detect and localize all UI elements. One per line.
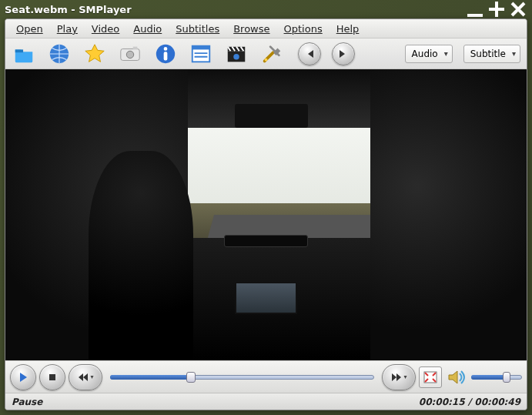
preferences-icon[interactable] <box>259 42 284 66</box>
screenshot-icon[interactable] <box>118 42 142 66</box>
svg-point-16 <box>233 54 239 60</box>
open-url-icon[interactable] <box>47 42 72 66</box>
menu-subtitles[interactable]: Subtitles <box>169 22 226 36</box>
svg-rect-2 <box>489 8 504 11</box>
close-button[interactable] <box>509 2 527 16</box>
audio-track-combo[interactable]: Audio <box>405 45 453 63</box>
seek-slider[interactable] <box>110 372 374 383</box>
menubar: Open Play Video Audio Subtitles Browse O… <box>5 19 527 38</box>
svg-rect-7 <box>133 46 138 49</box>
playlist-icon[interactable] <box>189 42 213 66</box>
menu-options[interactable]: Options <box>278 22 329 36</box>
menu-help[interactable]: Help <box>330 22 366 36</box>
playback-state: Pause <box>12 397 42 407</box>
svg-rect-10 <box>164 52 168 60</box>
status-bar: Pause 00:00:15 / 00:00:49 <box>5 393 527 410</box>
svg-point-9 <box>164 47 168 51</box>
next-track-button[interactable] <box>332 42 355 65</box>
play-button[interactable] <box>10 364 36 390</box>
video-area[interactable] <box>5 69 527 360</box>
control-bar: ▾ ▾ <box>5 360 527 393</box>
rewind-button[interactable]: ▾ <box>69 364 102 390</box>
volume-slider[interactable] <box>471 372 522 383</box>
menu-play[interactable]: Play <box>51 22 84 36</box>
forward-button[interactable]: ▾ <box>382 364 416 390</box>
titlebar: Seat.webm - SMPlayer <box>0 0 532 18</box>
info-icon[interactable] <box>153 42 178 66</box>
app-window: Open Play Video Audio Subtitles Browse O… <box>5 18 527 410</box>
previous-track-button[interactable] <box>298 42 321 65</box>
svg-rect-12 <box>192 45 210 49</box>
svg-rect-18 <box>49 374 55 380</box>
video-frame <box>5 69 527 360</box>
menu-open[interactable]: Open <box>10 22 49 36</box>
menu-browse[interactable]: Browse <box>227 22 276 36</box>
open-file-icon[interactable] <box>12 42 36 66</box>
subtitle-track-combo[interactable]: Subtitle <box>463 45 520 63</box>
maximize-button[interactable] <box>487 2 506 16</box>
fullscreen-button[interactable] <box>419 366 442 388</box>
svg-point-6 <box>126 51 133 58</box>
window-title: Seat.webm - SMPlayer <box>5 4 463 15</box>
svg-point-17 <box>265 58 268 61</box>
stop-button[interactable] <box>39 364 65 390</box>
menu-audio[interactable]: Audio <box>127 22 168 36</box>
svg-rect-3 <box>15 49 23 52</box>
favorites-icon[interactable] <box>82 42 107 66</box>
mute-button[interactable] <box>445 366 468 388</box>
toolbar: Audio Subtitle <box>5 38 527 69</box>
clapperboard-icon[interactable] <box>224 42 249 66</box>
menu-video[interactable]: Video <box>85 22 125 36</box>
minimize-button[interactable] <box>466 2 484 16</box>
svg-rect-0 <box>467 14 483 17</box>
time-display: 00:00:15 / 00:00:49 <box>419 397 520 407</box>
